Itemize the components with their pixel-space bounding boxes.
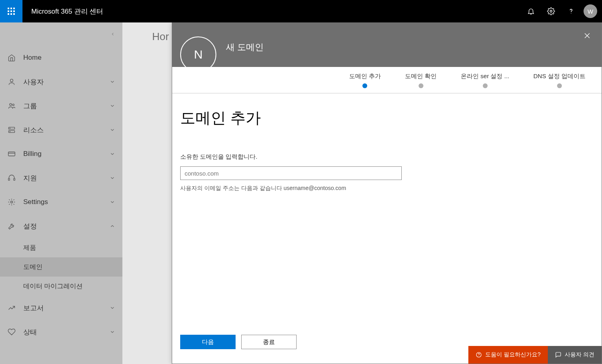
- waffle-icon: [8, 8, 15, 15]
- question-icon: [567, 7, 575, 15]
- sidebar-item-support[interactable]: 지원: [0, 166, 122, 190]
- app-launcher-button[interactable]: [0, 0, 22, 22]
- account-avatar[interactable]: W: [584, 4, 597, 18]
- svg-point-12: [10, 103, 12, 105]
- info-icon: [476, 352, 482, 358]
- step-dot-icon: [362, 83, 367, 88]
- svg-rect-6: [8, 13, 9, 15]
- sidebar-item-settings-kr[interactable]: 설정: [0, 214, 122, 238]
- sidebar-item-label: Billing: [23, 150, 102, 158]
- sidebar-subitem-label: 제품: [23, 244, 36, 252]
- sidebar-subitem-domains[interactable]: 도메인: [0, 257, 122, 277]
- sidebar-item-label: 그룹: [23, 101, 102, 111]
- step-dot-icon: [419, 83, 423, 88]
- sidebar-subitem-label: 도메인: [23, 263, 43, 271]
- gear-icon: [547, 7, 555, 15]
- settings-gear-icon: [7, 198, 16, 206]
- group-icon: [7, 102, 16, 110]
- wizard-stepper: 도메인 추가 도메인 확인 온라인 ser 설정 ... DNS 설정 업데이트: [172, 67, 602, 93]
- step-label: 온라인 ser 설정 ...: [461, 73, 509, 80]
- home-icon: [7, 54, 16, 62]
- svg-point-22: [11, 201, 13, 203]
- notifications-button[interactable]: [521, 0, 541, 22]
- sidebar-item-label: 리소스: [23, 125, 102, 135]
- sidebar-item-settings[interactable]: Settings: [0, 190, 122, 214]
- chevron-down-icon: [110, 103, 115, 109]
- chevron-up-icon: [110, 223, 115, 229]
- chevron-down-icon: [110, 151, 115, 157]
- svg-rect-1: [10, 8, 12, 9]
- add-domain-panel: N 새 도메인 도메인 추가 도메인 확인 온라인 ser 설정 ... DNS…: [172, 22, 602, 364]
- step-label: DNS 설정 업데이트: [533, 73, 586, 80]
- svg-rect-18: [8, 152, 15, 156]
- svg-rect-5: [13, 10, 15, 12]
- sidebar-item-home[interactable]: Home: [0, 46, 122, 70]
- sidebar-subitem-products[interactable]: 제품: [0, 238, 122, 257]
- support-icon: [7, 174, 16, 182]
- need-help-button[interactable]: 도움이 필요하신가요?: [468, 346, 548, 364]
- chevron-down-icon: [110, 305, 115, 311]
- sidebar-item-users[interactable]: 사용자: [0, 70, 122, 94]
- step-label: 도메인 추가: [349, 73, 381, 80]
- svg-rect-8: [13, 13, 15, 15]
- step-label: 도메인 확인: [405, 73, 437, 80]
- panel-body: 도메인 추가 소유한 도메인을 입력합니다. 사용자의 이메일 주소는 다음과 …: [172, 93, 602, 335]
- step-dns-update[interactable]: DNS 설정 업데이트: [533, 73, 586, 88]
- feedback-label: 사용자 의견: [565, 351, 594, 358]
- svg-rect-21: [14, 178, 15, 180]
- svg-rect-2: [13, 8, 15, 9]
- sidebar-item-groups[interactable]: 그룹: [0, 94, 122, 118]
- chevron-down-icon: [110, 329, 115, 335]
- sidebar-item-billing[interactable]: Billing: [0, 142, 122, 166]
- step-verify-domain[interactable]: 도메인 확인: [405, 73, 437, 88]
- svg-point-26: [479, 356, 479, 356]
- sidebar-item-label: 상태: [23, 328, 102, 337]
- svg-rect-4: [10, 10, 12, 12]
- sidebar-item-health[interactable]: 상태: [0, 320, 122, 344]
- step-online-setup[interactable]: 온라인 ser 설정 ...: [461, 73, 509, 88]
- sidebar-subitem-label: 데이터 마이그레이션: [23, 282, 83, 291]
- sidebar-item-resources[interactable]: 리소스: [0, 118, 122, 142]
- bell-icon: [527, 7, 535, 15]
- collapse-sidebar-button[interactable]: [0, 22, 122, 46]
- step-add-domain[interactable]: 도메인 추가: [349, 73, 381, 88]
- health-icon: [7, 328, 16, 336]
- help-button[interactable]: [561, 0, 581, 22]
- header-title: Microsoft 365 관리 센터: [31, 7, 104, 16]
- sidebar-item-label: Home: [23, 54, 115, 62]
- email-hint: 사용자의 이메일 주소는 다음과 같습니다 username@contoso.c…: [180, 185, 590, 192]
- svg-rect-0: [8, 8, 9, 9]
- chevron-down-icon: [110, 175, 115, 181]
- svg-rect-20: [8, 178, 10, 180]
- sidebar-item-reports[interactable]: 보고서: [0, 296, 122, 320]
- settings-button[interactable]: [541, 0, 561, 22]
- sidebar-item-label: 보고서: [23, 303, 102, 313]
- close-icon: [583, 32, 591, 40]
- svg-rect-7: [10, 13, 12, 15]
- svg-point-11: [10, 79, 13, 82]
- sidebar-item-label: Settings: [23, 198, 102, 206]
- wrench-icon: [7, 222, 16, 230]
- app-header: Microsoft 365 관리 센터 W: [0, 0, 602, 22]
- bottom-bar: 도움이 필요하신가요? 사용자 의견: [468, 346, 602, 364]
- svg-point-10: [571, 13, 571, 13]
- svg-point-9: [550, 10, 552, 12]
- billing-icon: [7, 150, 16, 158]
- chevron-down-icon: [110, 199, 115, 205]
- chevron-down-icon: [110, 79, 115, 85]
- panel-heading: 도메인 추가: [180, 108, 590, 128]
- panel-close-button[interactable]: [582, 30, 593, 41]
- sidebar-subitem-data-migration[interactable]: 데이터 마이그레이션: [0, 277, 122, 296]
- panel-title: 새 도메인: [226, 41, 264, 53]
- domain-input[interactable]: [180, 166, 402, 180]
- need-help-label: 도움이 필요하신가요?: [485, 351, 541, 358]
- close-button[interactable]: 종료: [241, 335, 297, 349]
- svg-rect-3: [8, 10, 9, 12]
- svg-point-13: [12, 104, 14, 105]
- next-button[interactable]: 다음: [180, 335, 236, 349]
- step-dot-icon: [483, 83, 488, 88]
- feedback-icon: [555, 352, 561, 358]
- feedback-button[interactable]: 사용자 의견: [548, 346, 602, 364]
- user-icon: [7, 78, 16, 86]
- sidebar-item-label: 설정: [23, 222, 102, 231]
